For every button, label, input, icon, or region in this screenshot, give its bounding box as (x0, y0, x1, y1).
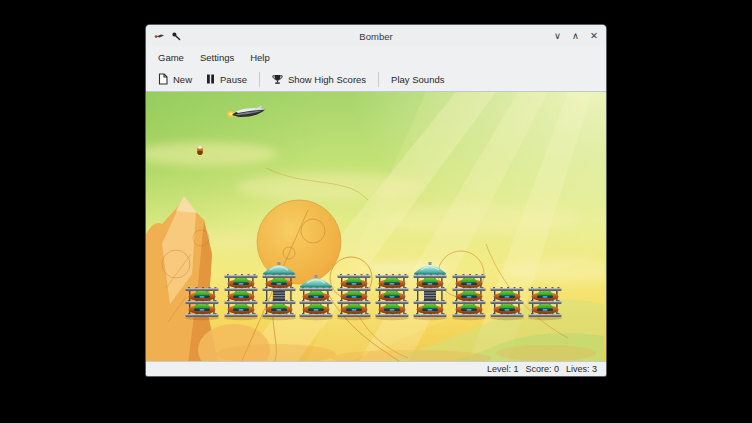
bomb-sprite (196, 145, 204, 156)
toolbar-separator (378, 72, 379, 87)
status-score: Score: 0 (525, 364, 559, 374)
window-title: Bomber (146, 31, 606, 42)
show-high-scores-button[interactable]: Show High Scores (265, 71, 373, 88)
pause-icon (206, 74, 215, 84)
maximize-button[interactable]: ∧ (572, 31, 579, 41)
bomber-window: Bomber ∨ ∧ ✕ Game Settings Help (146, 25, 606, 376)
toolbar: New Pause (146, 67, 606, 92)
play-sounds-button[interactable]: Play Sounds (384, 71, 451, 88)
status-level: Level: 1 (487, 364, 519, 374)
close-button[interactable]: ✕ (590, 31, 598, 41)
rock-cliffs (146, 196, 270, 361)
trophy-icon (272, 74, 283, 85)
statusbar: Level: 1 Score: 0 Lives: 3 (146, 361, 606, 376)
new-document-icon (158, 73, 168, 85)
titlebar[interactable]: Bomber ∨ ∧ ✕ (146, 25, 606, 47)
game-scene (146, 92, 604, 361)
menu-settings[interactable]: Settings (192, 49, 242, 66)
play-sounds-label: Play Sounds (391, 74, 444, 85)
menubar: Game Settings Help (146, 47, 606, 67)
menu-game[interactable]: Game (150, 49, 192, 66)
show-high-scores-label: Show High Scores (288, 74, 366, 85)
pause-button-label: Pause (220, 74, 247, 85)
minimize-button[interactable]: ∨ (554, 31, 561, 41)
plane-sprite (226, 104, 268, 124)
status-lives: Lives: 3 (566, 364, 597, 374)
pause-button[interactable]: Pause (199, 71, 254, 88)
new-button[interactable]: New (151, 70, 199, 88)
menu-help[interactable]: Help (242, 49, 278, 66)
game-area[interactable] (146, 92, 606, 361)
new-button-label: New (173, 74, 192, 85)
toolbar-separator (259, 72, 260, 87)
desktop-background: Bomber ∨ ∧ ✕ Game Settings Help (0, 0, 752, 423)
